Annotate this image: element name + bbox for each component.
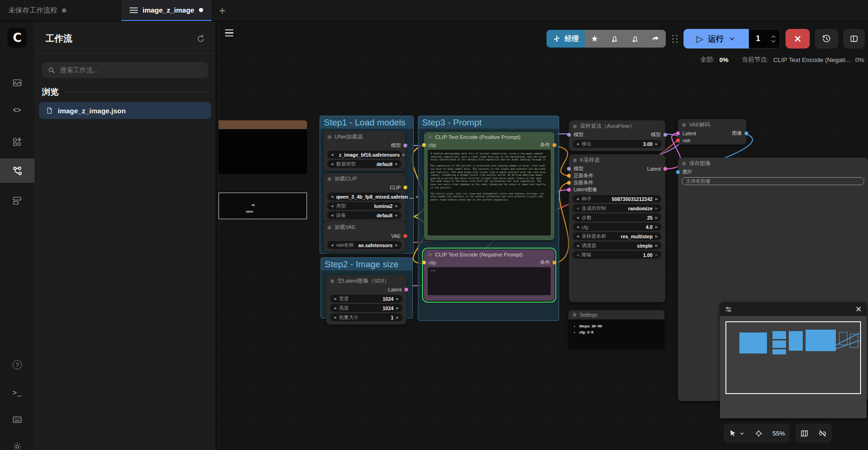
increment-arrow-icon[interactable]: ▶ [403,153,405,157]
node-vae-loader-title[interactable]: 加载VAE [323,222,405,232]
port-clip-input[interactable]: clip [429,142,436,148]
workflow-file-item[interactable]: image_z_image.json [39,102,211,119]
sidebar-item-settings[interactable] [0,435,34,450]
sidebar-item-gallery[interactable] [0,71,34,95]
node-empty-latent[interactable]: 空Latent图像（SD3） Latent ◀宽度1024▶ ◀高度1024▶ … [326,275,406,325]
increment-arrow-icon[interactable]: ▶ [656,225,658,229]
sidebar-item-nodes[interactable] [0,188,34,213]
collapse-dot-icon[interactable] [328,177,331,181]
workflow-search[interactable] [42,62,208,78]
refresh-icon[interactable] [196,34,205,43]
widget-filename-prefix[interactable]: 文件名前缀 [682,177,864,185]
model-port-icon[interactable] [403,144,407,147]
node-empty-latent-title[interactable]: 空Latent图像（SD3） [326,275,406,286]
widget-seed[interactable]: ◀种子508735031212242▶ [573,195,662,203]
decrement-arrow-icon[interactable]: ◀ [334,297,336,301]
conditioning-port-icon[interactable] [553,143,556,147]
link-visibility-button[interactable] [813,423,832,443]
widget-shift[interactable]: ◀移位3.00▶ [573,140,662,148]
port-model-output[interactable]: 模型 [651,132,661,138]
chevron-down-icon[interactable] [739,430,745,436]
history-button[interactable] [815,29,838,48]
comfyui-logo[interactable]: C [7,28,27,48]
latent-port-icon[interactable] [663,167,667,171]
node-clip-loader[interactable]: 加载CLIP CLIP ◀qwen_3_4b_fp8_mixed.safeten… [323,173,405,222]
decrement-arrow-icon[interactable]: ◀ [576,244,579,248]
increment-arrow-icon[interactable]: ▶ [396,214,398,217]
group-step2-title[interactable]: Step2 - Image size [321,258,412,270]
new-tab-button[interactable]: + [212,0,233,21]
sidebar-item-shortcuts[interactable] [0,408,34,432]
vae-port-icon[interactable] [676,138,680,142]
chevron-down-icon[interactable] [728,35,736,42]
hidden-node-header[interactable] [219,120,307,129]
group-step3-title[interactable]: Step3 - Prompt [418,116,559,129]
port-negative-input[interactable]: 负面条件 [574,180,593,186]
increment-arrow-icon[interactable]: ▶ [656,235,658,238]
increment-arrow-icon[interactable]: ▶ [396,297,399,301]
decrement-arrow-icon[interactable]: ◀ [576,207,579,210]
increment-arrow-icon[interactable]: ▶ [396,243,398,247]
collapse-dot-icon[interactable] [328,135,331,139]
increment-arrow-icon[interactable]: ▶ [416,195,418,199]
node-positive-prompt[interactable]: CLIP Text Encode (Positive Prompt) clip … [424,132,554,240]
node-negative-prompt-title[interactable]: CLIP Text Encode (Negative Prompt) [424,249,554,259]
widget-control-after-generate[interactable]: ◀生成后控制randomize▶ [573,204,662,212]
increment-arrow-icon[interactable]: ▶ [656,207,658,210]
sidebar-item-templates[interactable] [0,98,34,122]
minimap-viewport[interactable] [725,321,861,394]
node-unet-loader-title[interactable]: UNet加载器 [323,131,405,142]
sidebar-item-help[interactable]: ? [0,353,34,377]
port-model-input[interactable]: 模型 [574,132,583,138]
port-clip-output[interactable]: CLIP [390,185,401,190]
node-clip-loader-title[interactable]: 加载CLIP [323,173,405,184]
decrement-arrow-icon[interactable]: ◀ [331,214,333,217]
decrement-arrow-icon[interactable]: ◀ [576,216,579,220]
widget-height[interactable]: ◀高度1024▶ [330,304,403,312]
decrement-arrow-icon[interactable]: ◀ [576,235,579,238]
increment-arrow-icon[interactable]: ▶ [396,306,399,310]
decrement-arrow-icon[interactable]: ◀ [331,243,333,247]
widget-steps[interactable]: ◀步数25▶ [573,214,662,222]
port-conditioning-output[interactable]: 条件 [540,142,550,148]
decrement-arrow-icon[interactable]: ◀ [576,253,579,257]
port-latent-image-input[interactable]: Latent图像 [574,187,597,193]
widget-cfg[interactable]: ◀cfg4.0▶ [573,223,662,231]
pointer-tool-button[interactable] [724,423,750,443]
minimap-settings-icon[interactable] [724,305,732,313]
increment-arrow-icon[interactable]: ▶ [656,216,658,220]
port-images-input[interactable]: 图片 [683,169,692,175]
group-step1-title[interactable]: Step1 - Load models [320,116,413,129]
minimap-canvas[interactable] [720,316,867,418]
sidebar-item-terminal[interactable]: >_ [0,381,34,405]
latent-port-icon[interactable] [676,132,680,135]
collapse-dot-icon[interactable] [428,253,432,256]
node-vae-decode-title[interactable]: VAE解码 [678,119,746,130]
canvas-menu-icon[interactable] [224,28,235,38]
collapse-dot-icon[interactable] [682,162,686,166]
widget-vae-name[interactable]: ◀vae名称ae.safetensors▶ [327,241,402,249]
decrement-arrow-icon[interactable]: ◀ [331,195,333,199]
node-negative-prompt[interactable]: CLIP Text Encode (Negative Prompt) clip … [424,249,554,301]
tab-active-workflow[interactable]: image_z_image [121,0,212,21]
port-clip-input[interactable]: clip [429,260,436,265]
increment-arrow-icon[interactable]: ▶ [656,244,658,248]
fit-view-button[interactable] [750,423,768,443]
widget-clip-name[interactable]: ◀qwen_3_4b_fp8_mixed.safeten ...▶ [327,193,402,201]
port-vae-input[interactable]: vae [683,138,690,143]
positive-prompt-text[interactable]: A fashion photography work full of surre… [428,150,551,235]
port-latent-input[interactable]: Latent [683,131,696,136]
collapse-dot-icon[interactable] [328,226,331,229]
zoom-level-button[interactable]: 55% [768,423,790,443]
port-model-output[interactable]: 模型 [391,142,401,149]
node-vae-decode[interactable]: VAE解码 Latent 图像 vae [678,119,746,145]
stepper-up-icon[interactable] [771,35,776,38]
widget-clip-device[interactable]: ◀设备default▶ [327,211,402,219]
increment-arrow-icon[interactable]: ▶ [396,204,398,208]
conditioning-port-icon[interactable] [567,181,571,185]
node-auraflow-title[interactable]: 采样算法（AuraFlow） [569,120,665,131]
note-settings[interactable]: Settings Steps: 30~50 cfg: 3~5 [568,310,664,349]
image-port-icon[interactable] [676,170,680,174]
run-button[interactable]: ▷ 运行 [683,29,749,48]
stepper-down-icon[interactable] [771,40,776,43]
